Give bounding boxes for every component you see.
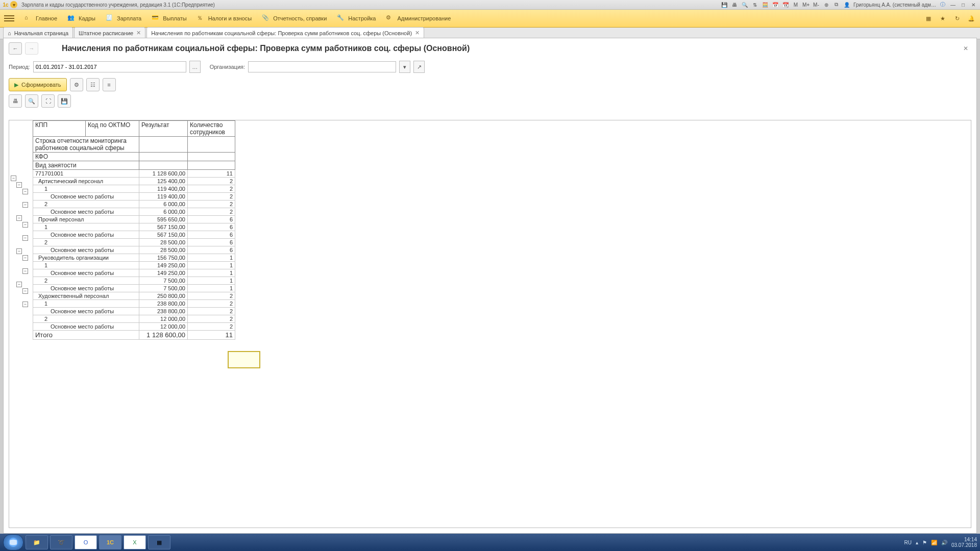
report-grid[interactable]: −−−−−−−−−−−−− КППКод по ОКТМОРезультатКо… [9, 120, 971, 528]
report-row[interactable]: Основное место работы567 150,006 [33, 231, 235, 239]
tree-toggle-1[interactable]: − [16, 182, 22, 188]
page-close-button[interactable]: ✕ [960, 44, 971, 53]
bell-icon[interactable]: 🔔 [967, 14, 976, 23]
tab-close-icon[interactable]: ✕ [136, 30, 141, 36]
nav-back-button[interactable]: ← [9, 42, 22, 55]
org-input[interactable] [248, 61, 396, 72]
period-picker-button[interactable]: … [189, 61, 201, 73]
date-icon[interactable]: 📆 [781, 1, 790, 8]
report-row[interactable]: 1238 800,002 [33, 300, 235, 308]
copy-icon[interactable]: ⧉ [832, 1, 841, 8]
tree-toggle-4[interactable]: − [16, 215, 22, 221]
taskbar-excel[interactable]: X [124, 535, 146, 549]
report-row[interactable]: Основное место работы238 800,002 [33, 308, 235, 315]
maximize-icon[interactable]: □ [959, 1, 968, 8]
tree-toggle-11[interactable]: − [22, 288, 28, 294]
report-row[interactable]: 1149 250,001 [33, 262, 235, 269]
report-row[interactable]: Артистический персонал125 400,002 [33, 178, 235, 185]
taskbar-explorer[interactable]: 📁 [26, 535, 48, 549]
tree-toggle-6[interactable]: − [22, 235, 28, 241]
apps-icon[interactable]: ▦ [924, 14, 933, 23]
tree-toggle-12[interactable]: − [22, 302, 28, 307]
tab-1[interactable]: Штатное расписание✕ [74, 27, 145, 39]
menu-item-4[interactable]: ％Налоги и взносы [192, 12, 257, 24]
org-dropdown-button[interactable]: ▾ [399, 61, 410, 73]
info-icon[interactable]: ⓘ [938, 1, 947, 8]
tray-up-icon[interactable]: ▴ [916, 540, 918, 545]
report-row[interactable]: Основное место работы119 400,002 [33, 193, 235, 201]
tray-lang[interactable]: RU [904, 540, 911, 545]
tree-toggle-9[interactable]: − [22, 268, 28, 274]
report-row[interactable]: Основное место работы12 000,002 [33, 323, 235, 331]
report-row[interactable]: 7717010011 128 600,0011 [33, 170, 235, 178]
taskbar-outlook[interactable]: O [75, 535, 97, 549]
minimize-icon[interactable]: — [948, 1, 958, 8]
tab-0[interactable]: ⌂Начальная страница [3, 27, 73, 39]
preview-button[interactable]: 🔍 [25, 94, 38, 108]
report-row[interactable]: Основное место работы7 500,001 [33, 285, 235, 292]
menu-item-0[interactable]: ⌂Главное [19, 12, 62, 24]
memory-mplus-icon[interactable]: M+ [801, 1, 811, 8]
preview-icon[interactable]: 🔍 [740, 1, 749, 8]
tree-toggle-8[interactable]: − [22, 255, 28, 261]
generate-button[interactable]: ▶ Сформировать [9, 78, 67, 91]
variant-button[interactable]: ☷ [86, 78, 100, 91]
star-icon[interactable]: ★ [938, 14, 947, 23]
report-row[interactable]: 26 000,002 [33, 201, 235, 208]
report-row[interactable]: 27 500,001 [33, 277, 235, 285]
report-row[interactable]: 1119 400,002 [33, 185, 235, 193]
zoom-in-icon[interactable]: ⊕ [822, 1, 831, 8]
tray-flag-icon[interactable]: ⚑ [922, 540, 927, 545]
report-row[interactable]: 212 000,002 [33, 315, 235, 323]
close-icon[interactable]: ✕ [969, 1, 978, 8]
report-row[interactable]: Руководитель организации156 750,001 [33, 254, 235, 262]
print-button[interactable]: 🖶 [9, 94, 22, 108]
tree-toggle-2[interactable]: − [22, 189, 28, 194]
taskbar-1c[interactable]: 1C [99, 535, 121, 549]
burger-icon[interactable] [4, 15, 14, 21]
report-row[interactable]: Основное место работы149 250,001 [33, 269, 235, 277]
taskbar-app2[interactable]: ▦ [148, 535, 170, 549]
menu-item-7[interactable]: ⚙Администрирование [381, 12, 456, 24]
menu-item-3[interactable]: 💳Выплаты [146, 12, 191, 24]
report-row[interactable]: Основное место работы6 000,002 [33, 208, 235, 216]
tree-toggle-7[interactable]: − [16, 248, 22, 254]
memory-mminus-icon[interactable]: M- [812, 1, 821, 8]
tree-toggle-5[interactable]: − [22, 222, 28, 228]
report-row[interactable]: Основное место работы28 500,006 [33, 246, 235, 254]
compare-icon[interactable]: ⇅ [750, 1, 760, 8]
save-button[interactable]: 💾 [58, 94, 71, 108]
memory-m-icon[interactable]: M [791, 1, 800, 8]
print-icon[interactable]: 🖶 [730, 1, 739, 8]
start-button[interactable] [3, 534, 23, 550]
dropdown-icon[interactable]: ▾ [10, 1, 17, 8]
settings-button[interactable]: ⚙ [70, 78, 83, 91]
taskbar-app1[interactable]: ➰ [50, 535, 72, 549]
tab-close-icon[interactable]: ✕ [415, 30, 420, 36]
subheader-0: Строка отчетности мониторинга работников… [33, 137, 139, 153]
tray-volume-icon[interactable]: 🔊 [941, 540, 947, 545]
report-row[interactable]: Художественный персонал250 800,002 [33, 292, 235, 300]
report-row[interactable]: 1567 150,006 [33, 223, 235, 231]
history-icon[interactable]: ↻ [952, 14, 962, 23]
menu-item-1[interactable]: 👥Кадры [62, 12, 101, 24]
save-icon[interactable]: 💾 [720, 1, 729, 8]
menu-item-6[interactable]: 🔧Настройка [332, 12, 381, 24]
report-row[interactable]: Прочий персонал595 650,006 [33, 216, 235, 223]
menu-item-2[interactable]: 🧾Зарплата [101, 12, 146, 24]
tree-toggle-10[interactable]: − [16, 282, 22, 287]
calendar-icon[interactable]: 📅 [771, 1, 780, 8]
expand-button[interactable]: ⛶ [41, 94, 55, 108]
period-input[interactable]: 01.01.2017 - 31.01.2017 [33, 61, 186, 72]
calc-icon[interactable]: 🧮 [761, 1, 770, 8]
tab-2[interactable]: Начисления по работникам социальной сфер… [146, 27, 424, 39]
org-open-button[interactable]: ↗ [413, 61, 425, 73]
list-button[interactable]: ≡ [103, 78, 116, 91]
nav-forward-button[interactable]: → [25, 42, 38, 55]
tray-clock[interactable]: 14:14 03.07.2018 [951, 537, 977, 548]
report-row[interactable]: 228 500,006 [33, 239, 235, 246]
tray-network-icon[interactable]: 📶 [931, 540, 937, 545]
menu-item-5[interactable]: 📎Отчетность, справки [257, 12, 332, 24]
tree-toggle-0[interactable]: − [11, 176, 16, 181]
tree-toggle-3[interactable]: − [22, 202, 28, 208]
